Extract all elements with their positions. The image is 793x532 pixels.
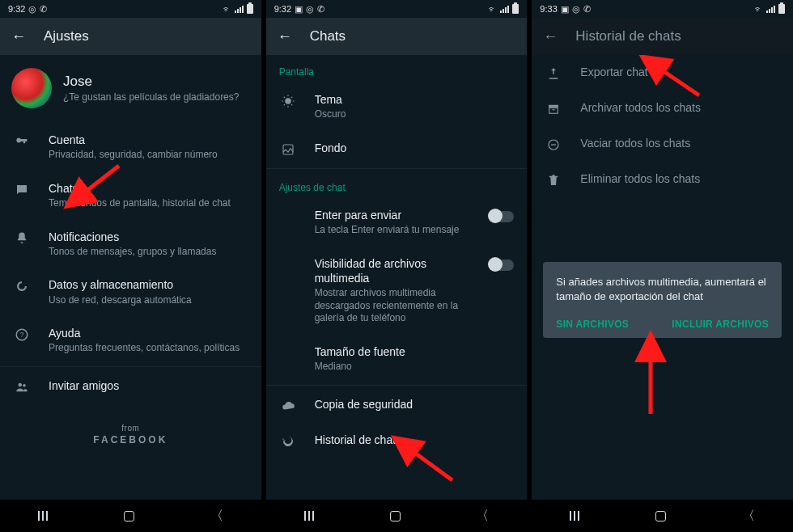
- nav-bar: 〈: [0, 500, 261, 532]
- wifi-icon: ᯤ: [488, 4, 497, 14]
- switch-toggle[interactable]: [490, 211, 514, 222]
- status-bar: 9:32 ◎ ✆ ᯤ: [0, 0, 261, 18]
- signal-icon: [500, 6, 509, 13]
- nav-back[interactable]: 〈: [476, 508, 489, 525]
- wifi-icon: ᯤ: [223, 4, 231, 14]
- arrow-annotation: [630, 348, 671, 424]
- item-sub: La tecla Enter enviará tu mensaje: [315, 224, 473, 237]
- battery-icon: [512, 4, 519, 14]
- item-title: Visibilidad de archivos multimedia: [315, 256, 473, 285]
- phone-settings: 9:32 ◎ ✆ ᯤ ← Ajustes Jose ¿Te gustan las…: [0, 0, 261, 532]
- nav-home[interactable]: [124, 511, 134, 521]
- chats-item-history[interactable]: Historial de chats: [266, 423, 528, 458]
- page-title: Historial de chats: [575, 28, 681, 44]
- profile-row[interactable]: Jose ¿Te gustan las películas de gladiad…: [0, 55, 261, 123]
- history-item-export[interactable]: Exportar chat: [532, 55, 793, 91]
- item-sub: Uso de red, descarga automática: [49, 294, 248, 307]
- chats-item-backup[interactable]: Copia de seguridad: [266, 387, 528, 423]
- footer-brand: from FACEBOOK: [0, 424, 261, 445]
- settings-content: Jose ¿Te gustan las películas de gladiad…: [0, 55, 261, 500]
- settings-item-notifications[interactable]: Notificaciones Tonos de mensajes, grupos…: [0, 220, 261, 268]
- history-item-clear[interactable]: Vaciar todos los chats: [532, 126, 793, 162]
- nav-back[interactable]: 〈: [742, 508, 755, 525]
- appbar: ← Historial de chats: [532, 18, 793, 55]
- back-icon[interactable]: ←: [11, 28, 26, 45]
- chats-item-wallpaper[interactable]: Fondo: [266, 131, 528, 167]
- item-sub: Tema, fondos de pantalla, historial de c…: [49, 197, 248, 210]
- history-item-delete[interactable]: Eliminar todos los chats: [532, 162, 793, 197]
- nav-bar: 〈: [532, 500, 793, 532]
- settings-item-account[interactable]: Cuenta Privacidad, seguridad, cambiar nú…: [0, 123, 261, 171]
- status-icon: ◎: [572, 4, 580, 15]
- section-display: Pantalla: [266, 55, 528, 82]
- item-sub: Privacidad, seguridad, cambiar número: [49, 149, 248, 162]
- back-icon[interactable]: ←: [278, 28, 292, 45]
- profile-name: Jose: [63, 74, 239, 90]
- people-icon: [13, 380, 31, 395]
- settings-item-chats[interactable]: Chats Tema, fondos de pantalla, historia…: [0, 171, 261, 220]
- nav-home[interactable]: [655, 511, 666, 521]
- status-time: 9:33: [540, 4, 557, 14]
- history-item-archive[interactable]: Archivar todos los chats: [532, 91, 793, 126]
- avatar: [11, 68, 52, 108]
- page-title: Chats: [310, 28, 346, 44]
- item-title: Vaciar todos los chats: [580, 136, 780, 150]
- item-title: Ayuda: [49, 326, 248, 340]
- svg-point-5: [285, 98, 291, 104]
- nav-bar: 〈: [266, 500, 528, 532]
- item-title: Copia de seguridad: [315, 397, 515, 412]
- chats-item-enter-send[interactable]: Enter para enviar La tecla Enter enviará…: [266, 198, 528, 247]
- chats-item-media-visibility[interactable]: Visibilidad de archivos multimedia Mostr…: [266, 247, 528, 335]
- divider: [266, 168, 528, 169]
- item-title: Datos y almacenamiento: [49, 277, 248, 292]
- item-title: Exportar chat: [580, 65, 780, 79]
- chats-item-font-size[interactable]: Tamaño de fuente Mediano: [266, 335, 528, 383]
- status-bar: 9:32 ▣ ◎ ✆ ᯤ: [266, 0, 528, 18]
- history-content: Exportar chat Archivar todos los chats V…: [532, 55, 793, 500]
- item-title: Eliminar todos los chats: [580, 171, 780, 186]
- item-title: Invitar amigos: [49, 378, 248, 393]
- item-title: Enter para enviar: [315, 208, 473, 222]
- status-icon: ◎: [306, 4, 314, 15]
- status-icon: ✆: [317, 4, 324, 15]
- clear-icon: [545, 137, 562, 152]
- history-icon: [279, 434, 297, 449]
- status-bar: 9:33 ▣ ◎ ✆ ᯤ: [532, 0, 793, 18]
- item-sub: Preguntas frecuentes, contáctanos, polít…: [49, 342, 248, 355]
- chats-item-theme[interactable]: Tema Oscuro: [266, 82, 528, 131]
- status-icon: ◎: [28, 4, 36, 15]
- signal-icon: [235, 6, 244, 13]
- dialog-include-files-button[interactable]: INCLUIR ARCHIVOS: [672, 319, 769, 330]
- wallpaper-icon: [279, 142, 297, 157]
- back-icon[interactable]: ←: [543, 28, 558, 45]
- svg-rect-9: [549, 108, 558, 114]
- brand-label: FACEBOOK: [0, 434, 261, 445]
- phone-history: 9:33 ▣ ◎ ✆ ᯤ ← Historial de chats Export…: [532, 0, 793, 532]
- status-icon: ✆: [40, 4, 47, 15]
- svg-point-3: [23, 384, 26, 387]
- nav-recents[interactable]: [304, 511, 314, 521]
- export-icon: [545, 66, 562, 81]
- nav-recents[interactable]: [570, 511, 579, 521]
- status-icon: ✆: [583, 4, 591, 15]
- status-icon: ▣: [295, 4, 303, 15]
- settings-item-help[interactable]: ? Ayuda Preguntas frecuentes, contáctano…: [0, 316, 261, 365]
- dialog-no-files-button[interactable]: SIN ARCHIVOS: [556, 319, 629, 330]
- phone-chats: 9:32 ▣ ◎ ✆ ᯤ ← Chats Pantalla Tema Oscur…: [266, 0, 528, 532]
- theme-icon: [279, 94, 297, 108]
- item-title: Cuenta: [49, 133, 248, 147]
- appbar: ← Chats: [266, 18, 528, 55]
- settings-item-invite[interactable]: Invitar amigos: [0, 369, 261, 404]
- item-title: Tema: [315, 92, 515, 107]
- item-title: Fondo: [315, 141, 515, 155]
- nav-home[interactable]: [390, 511, 401, 521]
- switch-toggle[interactable]: [490, 260, 514, 271]
- signal-icon: [766, 6, 775, 13]
- item-title: Tamaño de fuente: [315, 344, 515, 359]
- nav-recents[interactable]: [38, 511, 48, 521]
- nav-back[interactable]: 〈: [210, 508, 223, 525]
- bell-icon: [13, 231, 31, 246]
- svg-text:?: ?: [20, 331, 24, 339]
- settings-item-data[interactable]: Datos y almacenamiento Uso de red, desca…: [0, 268, 261, 316]
- item-sub: Tonos de mensajes, grupos y llamadas: [49, 246, 248, 259]
